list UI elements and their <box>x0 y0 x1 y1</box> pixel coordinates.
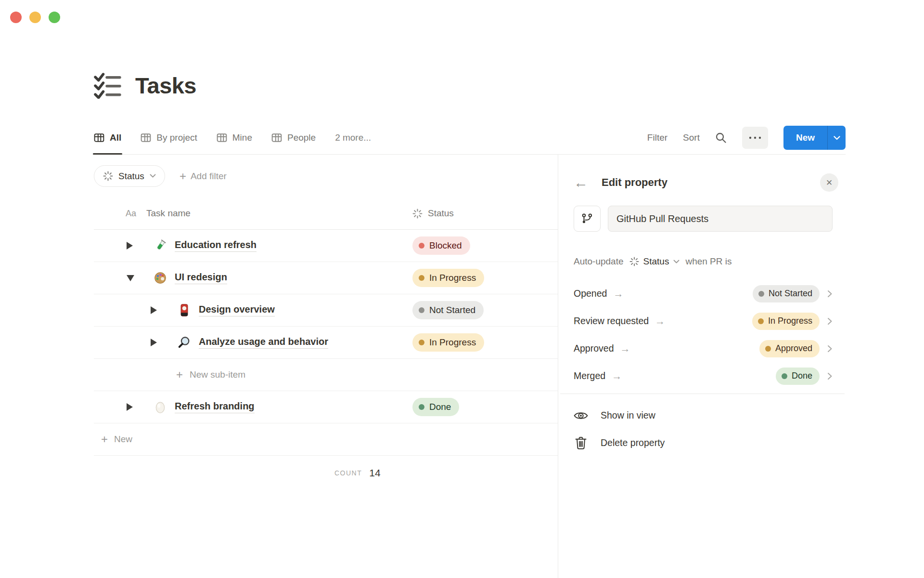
status-column-header[interactable]: Status <box>412 208 454 219</box>
tasks-table: Status + Add filter Aa Task name Status <box>0 155 558 578</box>
count-value: 14 <box>369 467 380 479</box>
palette-emoji <box>154 271 167 285</box>
status-badge[interactable]: In Progress <box>412 333 484 352</box>
tab-all[interactable]: All <box>94 121 121 154</box>
table-row: Design overview Not Started <box>94 294 558 327</box>
mapping-row-merged: Merged → Done <box>574 362 833 390</box>
plus-icon: + <box>101 434 108 445</box>
new-sub-item-button[interactable]: + New sub-item <box>94 359 558 391</box>
property-icon-button[interactable] <box>574 206 601 232</box>
mapping-status-selector[interactable]: Approved <box>759 340 833 357</box>
task-name-link[interactable]: Analyze usage and behavior <box>199 336 328 349</box>
status-badge[interactable]: Approved <box>759 340 820 357</box>
status-dot-icon <box>758 318 764 324</box>
mapping-row-review-requested: Review requested → In Progress <box>574 307 833 335</box>
new-dropdown-button[interactable] <box>827 126 846 150</box>
status-spinner-icon <box>412 209 423 219</box>
text-type-icon: Aa <box>126 209 136 219</box>
collapse-toggle[interactable] <box>127 273 136 283</box>
new-row-button[interactable]: + New <box>94 423 558 456</box>
expand-toggle[interactable] <box>151 305 160 315</box>
task-name-link[interactable]: Refresh branding <box>175 401 255 413</box>
table-row: Education refresh Blocked <box>94 230 558 262</box>
search-icon[interactable] <box>715 132 727 144</box>
tab-label: People <box>287 132 316 143</box>
tab-more-views[interactable]: 2 more... <box>335 121 371 154</box>
back-arrow-icon[interactable]: ← <box>574 175 588 190</box>
close-window-button[interactable] <box>10 12 22 23</box>
status-property-dropdown[interactable]: Status <box>629 256 680 267</box>
mapping-status-selector[interactable]: Not Started <box>753 285 833 302</box>
status-dot-icon <box>419 307 424 313</box>
expand-toggle[interactable] <box>127 241 136 250</box>
delete-property-item[interactable]: Delete property <box>574 429 845 457</box>
checklist-icon <box>94 73 123 99</box>
chevron-down-icon <box>673 260 680 264</box>
plus-icon: + <box>176 369 183 381</box>
expand-toggle[interactable] <box>127 402 136 412</box>
zoom-window-button[interactable] <box>49 12 60 23</box>
page-header: Tasks <box>94 72 196 99</box>
auto-update-row: Auto-update Status when PR is <box>574 250 845 273</box>
status-badge[interactable]: Not Started <box>753 285 820 302</box>
mapping-status-selector[interactable]: In Progress <box>752 313 833 330</box>
task-name-link[interactable]: Design overview <box>199 304 275 316</box>
task-name-column-header[interactable]: Task name <box>146 208 191 219</box>
show-in-view-item[interactable]: Show in view <box>574 402 845 429</box>
pr-status-mappings: Opened → Not Started Review requested → … <box>574 280 833 390</box>
status-dot-icon <box>419 243 424 249</box>
expand-toggle[interactable] <box>151 338 160 347</box>
filter-button[interactable]: Filter <box>647 132 667 143</box>
test-tube-emoji <box>154 239 167 252</box>
minimize-window-button[interactable] <box>29 12 41 23</box>
arrow-right-icon: → <box>613 288 623 300</box>
task-name-link[interactable]: Education refresh <box>175 239 257 252</box>
filter-bar: Status + Add filter <box>0 155 558 197</box>
mapping-row-approved: Approved → Approved <box>574 335 833 362</box>
status-badge[interactable]: Blocked <box>412 236 470 255</box>
status-badge[interactable]: Done <box>412 398 459 416</box>
panel-menu: Show in view Delete property <box>574 402 845 457</box>
eye-icon <box>574 409 588 422</box>
app-window: Tasks All By project Mine People 2 more.… <box>0 0 924 578</box>
close-icon[interactable]: ✕ <box>820 173 838 192</box>
status-filter-chip[interactable]: Status <box>94 165 165 187</box>
task-name-link[interactable]: UI redesign <box>175 272 227 284</box>
arrow-right-icon: → <box>655 315 665 327</box>
tab-mine[interactable]: Mine <box>217 121 252 154</box>
tab-by-project[interactable]: By project <box>141 121 197 154</box>
tab-label: Mine <box>232 132 252 143</box>
ellipsis-icon <box>748 136 762 140</box>
more-options-button[interactable] <box>742 127 768 149</box>
plus-icon: + <box>180 171 186 182</box>
tab-people[interactable]: People <box>271 121 316 154</box>
panel-header: ← Edit property ✕ <box>574 171 838 194</box>
property-name-input[interactable] <box>608 206 833 232</box>
table-row: UI redesign In Progress <box>94 262 558 294</box>
add-filter-button[interactable]: + Add filter <box>180 171 227 182</box>
status-dot-icon <box>758 291 764 297</box>
status-spinner-icon <box>629 257 639 266</box>
magnifier-emoji <box>178 336 191 349</box>
count-aggregate[interactable]: COUNT 14 <box>94 456 558 479</box>
status-badge[interactable]: In Progress <box>752 313 820 330</box>
mapping-row-opened: Opened → Not Started <box>574 280 833 307</box>
table-view-icon <box>217 132 227 143</box>
mapping-status-selector[interactable]: Done <box>776 368 833 385</box>
chevron-right-icon <box>827 317 833 325</box>
status-badge[interactable]: Done <box>776 368 820 385</box>
view-tab-bar: All By project Mine People 2 more... Fil… <box>94 121 846 155</box>
status-badge[interactable]: In Progress <box>412 269 484 287</box>
status-badge[interactable]: Not Started <box>412 301 484 319</box>
pull-request-icon <box>581 213 593 224</box>
sort-button[interactable]: Sort <box>683 132 700 143</box>
new-button[interactable]: New <box>783 126 827 150</box>
status-dot-icon <box>419 340 424 345</box>
page-title: Tasks <box>135 72 196 99</box>
auto-update-suffix: when PR is <box>685 256 732 267</box>
status-dot-icon <box>765 346 771 352</box>
panel-title: Edit property <box>602 176 667 189</box>
table-row: Refresh branding Done <box>94 391 558 423</box>
status-dot-icon <box>782 373 787 379</box>
table-view-icon <box>271 132 282 143</box>
